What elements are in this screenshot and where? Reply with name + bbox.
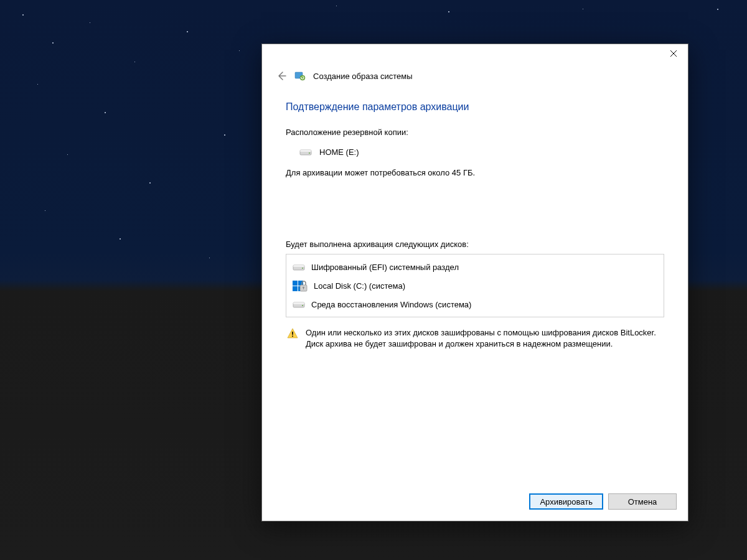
warning-text: Один или несколько из этих дисков зашифр… [306,327,663,350]
svg-point-1 [300,75,305,80]
cancel-button[interactable]: Отмена [608,493,677,510]
backup-location-row: HOME (E:) [286,147,664,157]
disk-name: Среда восстановления Windows (система) [311,300,471,309]
system-image-wizard-dialog: Создание образа системы Подтверждение па… [261,44,688,521]
wizard-footer: Архивировать Отмена [262,483,688,521]
backup-location-label: Расположение резервной копии: [286,128,664,137]
svg-rect-6 [293,265,304,267]
close-icon [670,50,677,57]
bitlocker-warning: Один или несколько из этих дисков зашифр… [286,327,664,350]
svg-point-7 [302,268,303,269]
svg-point-4 [309,152,310,154]
disk-name: Шифрованный (EFI) системный раздел [311,263,459,272]
svg-rect-14 [303,287,304,289]
wizard-title: Создание образа системы [313,72,413,81]
page-heading: Подтверждение параметров архивации [286,101,664,113]
disks-list-box: Шифрованный (EFI) системный раздел [286,254,664,317]
back-button[interactable] [276,70,287,82]
wizard-header: Создание образа системы [262,68,688,94]
system-image-app-icon [294,70,306,82]
warning-icon [287,328,298,339]
backup-size-estimate: Для архивации может потребоваться около … [286,168,664,177]
svg-rect-8 [293,281,298,286]
drive-icon [293,299,305,309]
wizard-content: Подтверждение параметров архивации Распо… [262,94,688,483]
svg-rect-3 [300,150,311,152]
svg-point-17 [302,305,303,306]
disk-name: Local Disk (C:) (система) [314,281,405,291]
disk-row: Шифрованный (EFI) системный раздел [286,258,664,276]
locked-drive-icon [293,279,308,292]
back-arrow-icon [276,71,286,81]
archive-button[interactable]: Архивировать [529,493,603,510]
titlebar [262,44,688,68]
drive-icon [293,262,305,272]
svg-point-19 [292,335,293,337]
svg-rect-18 [292,332,293,335]
svg-rect-10 [293,286,298,291]
backup-location-name: HOME (E:) [319,147,359,157]
disk-row: Среда восстановления Windows (система) [286,296,664,313]
close-button[interactable] [659,44,688,63]
drive-icon [299,147,312,157]
disk-row: Local Disk (C:) (система) [286,276,664,296]
svg-rect-16 [293,302,304,304]
disks-section-label: Будет выполнена архивация следующих диск… [286,240,664,249]
